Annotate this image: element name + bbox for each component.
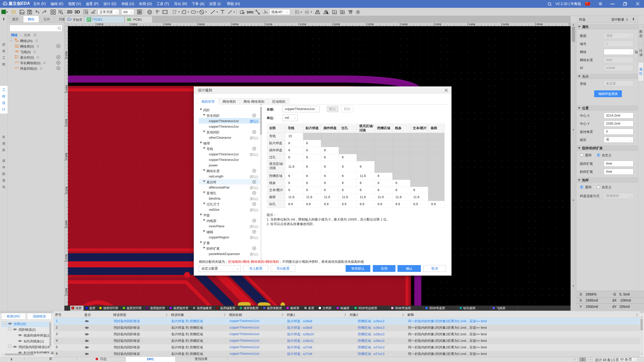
svg-text:2250: 2250 — [65, 187, 68, 193]
svg-text:3400: 3400 — [468, 23, 475, 26]
svg-text:3150: 3150 — [300, 23, 306, 26]
svg-text:2150: 2150 — [65, 254, 68, 261]
svg-text:3000: 3000 — [198, 23, 205, 26]
svg-text:2450: 2450 — [65, 51, 68, 58]
svg-text:3500: 3500 — [536, 23, 543, 26]
svg-text:3050: 3050 — [232, 23, 238, 26]
svg-text:2400: 2400 — [65, 85, 68, 92]
svg-text:2850: 2850 — [97, 23, 103, 26]
svg-text:3100: 3100 — [266, 23, 272, 26]
svg-text:3450: 3450 — [502, 23, 509, 26]
svg-text:2100: 2100 — [65, 288, 68, 295]
svg-text:2200: 2200 — [65, 221, 68, 227]
svg-text:3300: 3300 — [401, 23, 408, 26]
svg-text:3350: 3350 — [435, 23, 441, 26]
svg-text:G: G — [334, 11, 335, 14]
svg-text:2900: 2900 — [131, 23, 137, 26]
svg-text:2350: 2350 — [65, 119, 68, 126]
svg-text:3250: 3250 — [367, 23, 374, 26]
svg-text:3200: 3200 — [333, 23, 340, 26]
svg-text:2300: 2300 — [65, 153, 68, 159]
svg-text:2950: 2950 — [164, 23, 171, 26]
svg-text:DRC: DRC — [247, 10, 254, 14]
